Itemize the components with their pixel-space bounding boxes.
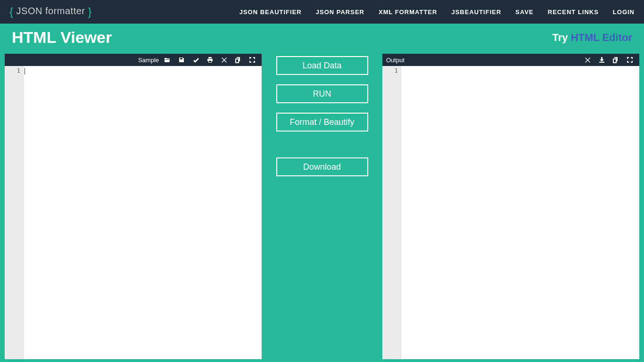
close-icon[interactable] — [582, 55, 593, 65]
nav-recent-links[interactable]: RECENT LINKS — [548, 8, 599, 16]
nav-save[interactable]: SAVE — [515, 8, 533, 16]
brace-open-icon: { — [9, 5, 14, 18]
run-button[interactable]: RUN — [276, 84, 368, 103]
input-editor[interactable]: 1 — [5, 66, 262, 359]
try-html-editor-link[interactable]: Try HTML Editor — [553, 32, 633, 44]
input-gutter: 1 — [5, 66, 24, 359]
nav-json-beautifier[interactable]: JSON BEAUTIFIER — [239, 8, 302, 16]
nav-xml-formatter[interactable]: XML FORMATTER — [379, 8, 437, 16]
top-nav: { JSON formatter } JSON BEAUTIFIER JSON … — [0, 0, 644, 24]
workspace: Sample 1 — [0, 54, 644, 362]
header-row: HTML Viewer Try HTML Editor — [0, 24, 644, 54]
copy-icon[interactable] — [610, 55, 621, 65]
close-icon[interactable] — [218, 55, 230, 65]
check-icon[interactable] — [190, 55, 201, 65]
brace-close-icon: } — [88, 5, 92, 18]
load-data-button[interactable]: Load Data — [276, 56, 368, 75]
download-button[interactable]: Download — [276, 157, 368, 176]
copy-icon[interactable] — [232, 55, 244, 65]
input-toolbar: Sample — [5, 54, 262, 66]
input-code[interactable] — [24, 66, 262, 359]
save-icon[interactable] — [176, 55, 187, 65]
output-code[interactable] — [401, 66, 639, 359]
format-button[interactable]: Format / Beautify — [276, 113, 368, 132]
nav-jsbeautifier[interactable]: JSBEAUTIFIER — [451, 8, 501, 16]
output-label: Output — [386, 57, 405, 64]
logo-json: JSON — [17, 6, 42, 16]
line-number: 1 — [382, 67, 398, 74]
action-column: Load Data RUN Format / Beautify Download — [276, 54, 368, 359]
try-text: Try — [553, 32, 571, 43]
fullscreen-icon[interactable] — [247, 55, 258, 65]
output-toolbar: Output — [382, 54, 639, 66]
nav-login[interactable]: LOGIN — [613, 8, 635, 16]
input-pane: Sample 1 — [5, 54, 262, 359]
logo-formatter: formatter — [45, 6, 85, 16]
logo[interactable]: { JSON formatter } — [9, 5, 92, 18]
output-gutter: 1 — [382, 66, 401, 359]
download-icon[interactable] — [596, 55, 607, 65]
output-editor[interactable]: 1 — [382, 66, 639, 359]
nav-links: JSON BEAUTIFIER JSON PARSER XML FORMATTE… — [239, 8, 635, 16]
page-title: HTML Viewer — [12, 28, 112, 47]
print-icon[interactable] — [204, 55, 215, 65]
input-label: Sample — [138, 57, 159, 64]
line-number: 1 — [5, 67, 20, 74]
html-editor-text: HTML Editor — [571, 32, 632, 43]
fullscreen-icon[interactable] — [624, 55, 636, 65]
output-pane: Output 1 — [382, 54, 639, 359]
nav-json-parser[interactable]: JSON PARSER — [316, 8, 364, 16]
folder-open-icon[interactable] — [162, 55, 173, 65]
text-cursor — [25, 68, 25, 74]
